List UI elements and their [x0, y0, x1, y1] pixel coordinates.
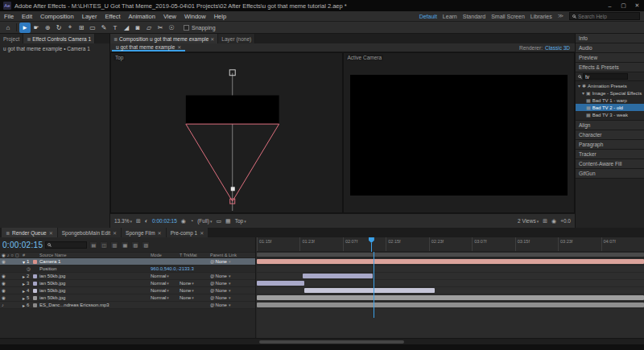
clone-stamp-tool-button[interactable]: ◙	[132, 23, 143, 33]
workspace-default[interactable]: Default	[419, 14, 437, 19]
fast-previews-icon[interactable]: ◉	[551, 218, 556, 224]
layer-row-ian-4[interactable]: ◉ ▸ 4 ian 50kb.jpg Normal▾ None▾ @ None …	[0, 287, 255, 294]
close-tab-icon[interactable]: ✕	[210, 36, 214, 42]
menu-animation[interactable]: Animation	[125, 13, 159, 20]
parent-link-dropdown[interactable]: @ None ▾	[210, 288, 255, 293]
expand-arrow-icon[interactable]: ▸	[21, 281, 27, 286]
tab-layer[interactable]: Layer (none)	[218, 34, 255, 43]
camera-tool-button[interactable]: ⌖	[64, 23, 76, 33]
panel-effects-presets[interactable]: Effects & Presets	[576, 63, 644, 72]
zoom-tool-button[interactable]: ⊕	[42, 23, 53, 33]
pickwhip-icon[interactable]: @	[210, 295, 215, 300]
trkmat-dropdown[interactable]: None▾	[180, 295, 210, 300]
expand-arrow-icon[interactable]: ▸	[21, 303, 27, 308]
menu-layer[interactable]: Layer	[78, 13, 101, 20]
panel-audio[interactable]: Audio	[576, 43, 644, 53]
type-tool-button[interactable]: T	[109, 23, 121, 33]
selection-tool-button[interactable]: ►	[19, 23, 31, 33]
panel-info[interactable]: Info	[576, 34, 644, 43]
panel-menu-icon[interactable]: ≣	[27, 36, 31, 42]
exposure-value[interactable]: +0.0	[560, 218, 571, 224]
workspace-standard[interactable]: Standard	[463, 14, 485, 19]
3d-view-dropdown[interactable]: Top▾	[235, 218, 246, 224]
menu-view[interactable]: View	[159, 13, 180, 20]
tree-item-image-special-effects[interactable]: ▾ ▣ Image - Special Effects	[576, 89, 644, 97]
snapshot-icon[interactable]: ◉	[181, 218, 186, 224]
expand-arrow-icon[interactable]: ▾	[21, 259, 27, 265]
home-tool-button[interactable]: ⌂	[2, 23, 14, 33]
panel-character[interactable]: Character	[576, 130, 644, 140]
trkmat-dropdown[interactable]: None▾	[180, 288, 210, 293]
column-trkmat[interactable]: T TrkMat	[180, 253, 210, 257]
panel-paragraph[interactable]: Paragraph	[576, 140, 644, 150]
label-color-swatch[interactable]	[33, 282, 37, 286]
layer-row-camera-1[interactable]: ◉ ▾ 1 Camera 1 @ None ▾	[0, 258, 255, 266]
comp-plane[interactable]	[186, 95, 279, 124]
timeline-search-input[interactable]	[52, 242, 85, 247]
menu-file[interactable]: File	[0, 13, 18, 20]
parent-link-dropdown[interactable]: @ None ▾	[210, 281, 255, 286]
eye-toggle[interactable]: ◉	[2, 295, 6, 300]
mode-dropdown[interactable]: Normal▾	[151, 288, 180, 293]
channels-icon[interactable]: ◔	[190, 218, 193, 224]
composition-frame[interactable]	[350, 75, 568, 196]
label-color-swatch[interactable]	[33, 296, 37, 300]
hand-tool-button[interactable]: ☛	[31, 23, 42, 33]
tree-item-bad-tv-3[interactable]: ▦ Bad TV 3 - weak	[576, 111, 644, 118]
renderer-value[interactable]: Classic 3D	[545, 45, 570, 51]
tab-effect-controls[interactable]: ≣ Effect Controls Camera 1	[23, 34, 95, 43]
scrollbar-thumb[interactable]	[259, 340, 404, 344]
tab-pre-comp-1[interactable]: Pre-comp 1 ✕	[167, 228, 208, 237]
tab-sponge-film[interactable]: Sponge Film ✕	[122, 228, 166, 237]
tab-spongebobmain-edit[interactable]: SpongebobMain Edit ✕	[58, 228, 121, 237]
transparency-grid-icon[interactable]: ▦	[225, 218, 231, 224]
panel-content-aware-fill[interactable]: Content-Aware Fill	[576, 159, 644, 169]
layer-name[interactable]: Camera 1	[39, 259, 151, 264]
layer-row-ian-5[interactable]: ◉ ▸ 5 ian 50kb.jpg Normal▾ None▾ @ None …	[0, 294, 255, 302]
renderer-control[interactable]: Renderer: Classic 3D	[519, 45, 575, 51]
panel-menu-icon[interactable]: ≣	[6, 230, 10, 236]
close-tab-icon[interactable]: ✕	[113, 230, 117, 236]
column-parent-link[interactable]: Parent & Link	[210, 253, 255, 257]
magnification-dropdown[interactable]: 13.3%▾	[114, 218, 132, 224]
close-button[interactable]: ✕	[630, 0, 644, 11]
pen-tool-button[interactable]: ✎	[98, 23, 109, 33]
graph-editor-icon[interactable]: ▨	[142, 241, 150, 249]
layer-name[interactable]: ian 50kb.jpg	[39, 281, 151, 286]
workspace-overflow-icon[interactable]: ≫	[558, 13, 564, 19]
label-color-swatch[interactable]	[33, 289, 37, 293]
layer-duration-bar[interactable]	[257, 259, 644, 264]
workspace-libraries[interactable]: Libraries	[530, 14, 552, 19]
eraser-tool-button[interactable]: ▱	[143, 23, 155, 33]
close-tab-icon[interactable]: ✕	[49, 230, 53, 236]
column-source-name[interactable]: Source Name	[39, 253, 151, 257]
property-name[interactable]: Position	[39, 266, 151, 271]
pan-behind-tool-button[interactable]: ⊞	[76, 23, 87, 33]
layer-row-ian-3[interactable]: ◉ ▸ 3 ian 50kb.jpg Normal▾ None▾ @ None …	[0, 280, 255, 287]
trkmat-dropdown[interactable]: None▾	[180, 281, 210, 286]
close-tab-icon[interactable]: ✕	[200, 230, 204, 236]
layer-duration-bar[interactable]	[304, 288, 436, 293]
workspace-small-screen[interactable]: Small Screen	[491, 14, 525, 19]
layer-row-audio[interactable]: ♪ ▸ 6 ES_Danc...ndreas Ericsson.mp3 @ No…	[0, 302, 255, 309]
current-time-display[interactable]: 0:00:02:15	[2, 241, 43, 249]
tab-project[interactable]: Project	[0, 34, 23, 43]
menu-edit[interactable]: Edit	[18, 13, 36, 20]
viewer-timecode[interactable]: 0:00:02:15	[152, 218, 177, 224]
tree-item-bad-tv-1[interactable]: ▦ Bad TV 1 - warp	[576, 97, 644, 104]
tree-item-bad-tv-2[interactable]: ▦ Bad TV 2 - old	[576, 104, 644, 111]
menu-help[interactable]: Help	[210, 13, 230, 20]
view-top[interactable]: Top	[111, 53, 342, 212]
label-color-swatch[interactable]	[33, 303, 37, 307]
panel-align[interactable]: Align	[576, 121, 644, 130]
frame-blend-icon[interactable]: ▦	[121, 241, 129, 249]
work-area-bar[interactable]	[257, 253, 644, 257]
effects-search-input[interactable]	[583, 73, 628, 80]
view-layout-dropdown[interactable]: 2 Views▾	[518, 218, 539, 224]
draft-3d-icon[interactable]: ◫	[100, 241, 108, 249]
label-color-swatch[interactable]	[33, 274, 37, 278]
expand-arrow-icon[interactable]: ▸	[21, 288, 27, 294]
menu-composition[interactable]: Composition	[36, 13, 78, 20]
label-color-swatch[interactable]	[33, 260, 37, 264]
puppet-pin-tool-button[interactable]: ☉	[166, 23, 177, 33]
